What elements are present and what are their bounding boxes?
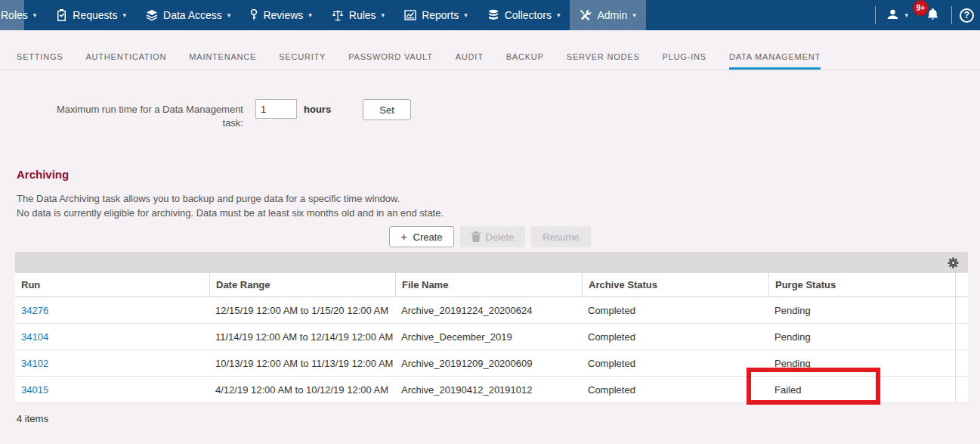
nav-item-admin[interactable]: Admin ▾: [570, 0, 645, 30]
plus-icon: +: [400, 231, 407, 243]
nav-item-collectors[interactable]: Collectors ▾: [478, 0, 570, 30]
archive-status-cell: Completed: [582, 350, 768, 376]
notification-badge: 9+: [913, 0, 929, 16]
table-row: 34276 12/15/19 12:00 AM to 1/15/20 12:00…: [15, 297, 968, 324]
items-count: 4 items: [17, 413, 980, 424]
table-row: 34015 4/12/19 12:00 AM to 10/12/19 12:00…: [15, 377, 968, 403]
user-menu-button[interactable]: ▾: [883, 8, 911, 23]
archiving-description: The Data Archiving task allows you to ba…: [17, 191, 980, 220]
notifications-button[interactable]: 9+: [922, 8, 944, 23]
max-runtime-input[interactable]: [255, 99, 297, 119]
nav-item-label: Requests: [73, 9, 117, 21]
archive-status-cell: Completed: [582, 297, 768, 323]
help-button[interactable]: ?: [960, 8, 974, 23]
nav-item-reviews[interactable]: Reviews ▾: [240, 0, 321, 30]
nav-item-reports[interactable]: Reports ▾: [394, 0, 478, 30]
file-name-cell: Archive_20190412_20191012: [395, 377, 582, 402]
purge-status-cell: Pending: [768, 297, 955, 323]
max-runtime-label: Maximum run time for a Data Management t…: [17, 99, 243, 130]
navbar-divider: [951, 6, 952, 24]
tab-backup[interactable]: BACKUP: [506, 42, 544, 70]
tab-maintenance[interactable]: MAINTENANCE: [189, 42, 256, 70]
tab-settings[interactable]: SETTINGS: [17, 42, 63, 70]
nav-item-data-access[interactable]: Data Access ▾: [136, 0, 240, 30]
table-row: 34102 10/13/19 12:00 AM to 11/13/19 12:0…: [15, 350, 968, 377]
table-toolbar: [15, 252, 968, 273]
max-runtime-label-line1: Maximum run time for a Data Management: [17, 103, 243, 116]
run-link[interactable]: 34104: [21, 331, 48, 343]
bell-icon: [926, 11, 939, 23]
column-header-archive-status[interactable]: Archive Status: [582, 273, 768, 297]
tab-authentication[interactable]: AUTHENTICATION: [85, 42, 166, 70]
row-spacer: [955, 324, 968, 349]
table-row: 34104 11/14/19 12:00 AM to 12/14/19 12:0…: [15, 324, 968, 350]
nav-item-label: Reports: [422, 9, 459, 21]
tab-plug-ins[interactable]: PLUG-INS: [663, 42, 706, 70]
row-spacer: [955, 377, 968, 402]
archive-status-cell: Completed: [582, 377, 768, 402]
run-link[interactable]: 34276: [21, 305, 48, 316]
question-icon: ?: [964, 10, 969, 20]
tab-security[interactable]: SECURITY: [279, 42, 326, 70]
row-spacer: [955, 350, 968, 376]
scale-icon: [332, 9, 344, 21]
archive-status-cell: Completed: [582, 324, 768, 349]
chevron-down-icon: ▾: [33, 11, 37, 19]
tab-data-management[interactable]: DATA MANAGEMENT: [729, 42, 821, 70]
admin-tabs: SETTINGS AUTHENTICATION MAINTENANCE SECU…: [0, 42, 980, 70]
resume-button[interactable]: Resume: [531, 226, 590, 247]
nav-item-label: Reviews: [263, 9, 303, 21]
top-navbar: Roles ▾ Requests ▾ Data Access ▾ Reviews…: [0, 0, 980, 30]
delete-button-label: Delete: [486, 231, 515, 243]
chevron-down-icon: ▾: [464, 11, 468, 19]
nav-item-label: Collectors: [505, 9, 552, 21]
tab-password-vault[interactable]: PASSWORD VAULT: [348, 42, 432, 70]
archiving-description-line2: No data is currently eligible for archiv…: [17, 206, 980, 220]
chart-icon: [404, 9, 416, 21]
date-range-cell: 12/15/19 12:00 AM to 1/15/20 12:00 AM: [209, 297, 395, 323]
date-range-cell: 4/12/19 12:00 AM to 10/12/19 12:00 AM: [209, 377, 395, 402]
archiving-actions: + Create Delete Resume: [0, 226, 980, 247]
trash-icon: [471, 231, 481, 242]
file-name-cell: Archive_20191224_20200624: [395, 297, 582, 323]
chevron-down-icon: ▾: [632, 11, 636, 19]
chevron-down-icon: ▾: [904, 11, 908, 19]
set-button[interactable]: Set: [363, 99, 411, 120]
column-header-date-range[interactable]: Date Range: [209, 273, 395, 297]
column-header-file-name[interactable]: File Name: [395, 273, 582, 297]
purge-status-cell: Failed: [768, 377, 955, 402]
nav-item-requests[interactable]: Requests ▾: [46, 0, 136, 30]
max-runtime-form: Maximum run time for a Data Management t…: [17, 99, 980, 130]
navbar-divider: [875, 6, 876, 24]
tab-audit[interactable]: AUDIT: [456, 42, 484, 70]
run-link[interactable]: 34015: [21, 384, 48, 396]
clipboard-check-icon: [56, 9, 67, 21]
run-link[interactable]: 34102: [21, 358, 48, 369]
tab-server-nodes[interactable]: SERVER NODES: [567, 42, 640, 70]
chevron-down-icon: ▾: [227, 11, 231, 19]
nav-item-roles[interactable]: Roles ▾: [0, 0, 46, 30]
table-settings-button[interactable]: [948, 257, 959, 269]
chevron-down-icon: ▾: [122, 11, 126, 19]
column-header-run[interactable]: Run: [15, 273, 209, 297]
file-name-cell: Archive_20191209_20200609: [395, 350, 582, 376]
archiving-heading: Archiving: [17, 168, 980, 181]
archiving-description-line1: The Data Archiving task allows you to ba…: [17, 191, 980, 206]
create-button-label: Create: [413, 231, 443, 243]
nav-item-label: Admin: [597, 9, 627, 21]
column-header-spacer: [955, 273, 968, 297]
key-icon: [250, 9, 258, 21]
file-name-cell: Archive_December_2019: [395, 324, 582, 349]
table-header-row: Run Date Range File Name Archive Status …: [15, 273, 968, 297]
navbar-right: ▾ 9+ ?: [867, 0, 980, 30]
create-button[interactable]: + Create: [389, 226, 453, 247]
column-header-purge-status[interactable]: Purge Status: [768, 273, 955, 297]
user-icon: [886, 8, 899, 23]
nav-item-rules[interactable]: Rules ▾: [322, 0, 394, 30]
date-range-cell: 10/13/19 12:00 AM to 11/13/19 12:00 AM: [209, 350, 395, 376]
chevron-down-icon: ▾: [308, 11, 312, 19]
chevron-down-icon: ▾: [557, 11, 561, 19]
date-range-cell: 11/14/19 12:00 AM to 12/14/19 12:00 AM: [209, 324, 395, 349]
delete-button[interactable]: Delete: [460, 226, 526, 247]
purge-status-cell: Pending: [768, 324, 955, 349]
